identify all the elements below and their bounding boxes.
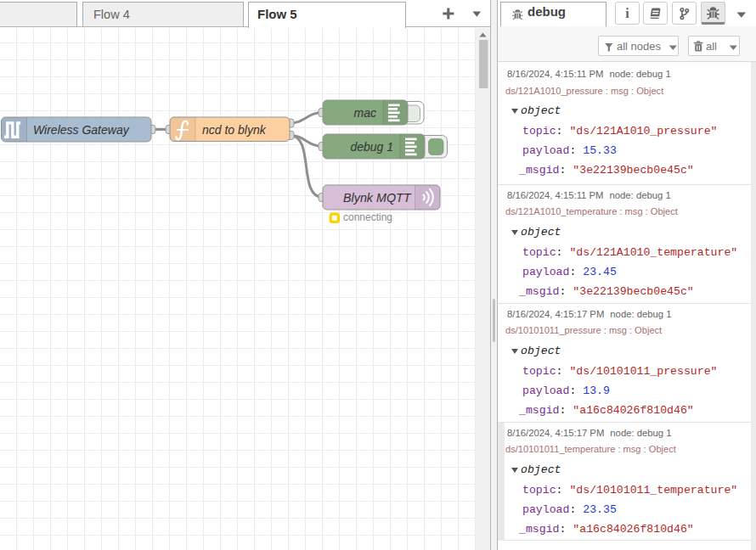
svg-text:Wireless Gateway: Wireless Gateway [33, 123, 130, 137]
svg-text:i: i [625, 6, 629, 20]
svg-text:ncd to blynk: ncd to blynk [202, 123, 267, 137]
svg-text:connecting: connecting [343, 211, 392, 223]
svg-text:mac: mac [354, 106, 376, 120]
svg-text:Blynk MQTT: Blynk MQTT [343, 191, 412, 205]
svg-text:debug 1: debug 1 [350, 140, 393, 154]
